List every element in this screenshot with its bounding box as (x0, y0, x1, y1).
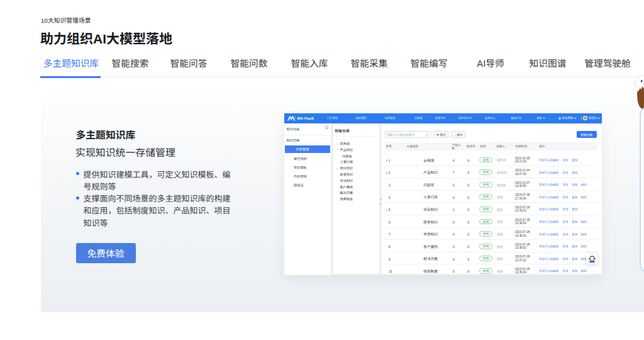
svg-text:MK-PaaS: MK-PaaS (297, 116, 314, 121)
